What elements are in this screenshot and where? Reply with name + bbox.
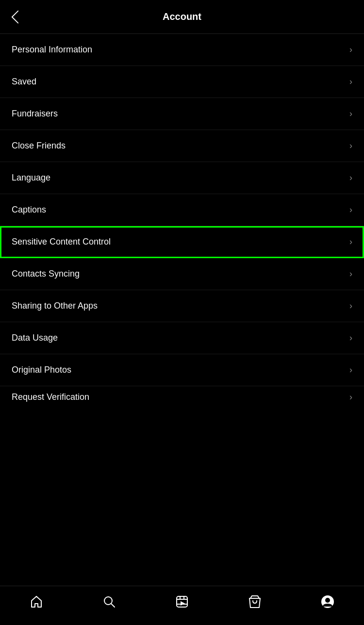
menu-item-language[interactable]: Language › <box>0 162 364 194</box>
page-title: Account <box>163 11 201 22</box>
menu-list: Personal Information › Saved › Fundraise… <box>0 34 364 586</box>
menu-item-fundraisers[interactable]: Fundraisers › <box>0 98 364 130</box>
menu-item-close-friends[interactable]: Close Friends › <box>0 130 364 162</box>
chevron-right-icon: › <box>349 141 352 151</box>
chevron-right-icon: › <box>349 269 352 279</box>
chevron-right-icon: › <box>349 205 352 215</box>
chevron-right-icon: › <box>349 333 352 343</box>
svg-rect-2 <box>177 596 187 607</box>
svg-point-9 <box>325 598 330 603</box>
nav-home[interactable] <box>24 592 49 611</box>
menu-item-sharing-to-other-apps[interactable]: Sharing to Other Apps › <box>0 290 364 322</box>
menu-item-contacts-syncing[interactable]: Contacts Syncing › <box>0 258 364 290</box>
chevron-right-icon: › <box>349 77 352 87</box>
menu-item-data-usage[interactable]: Data Usage › <box>0 322 364 354</box>
menu-item-saved[interactable]: Saved › <box>0 66 364 98</box>
nav-reels[interactable] <box>170 592 194 611</box>
menu-item-personal-information[interactable]: Personal Information › <box>0 34 364 66</box>
chevron-right-icon: › <box>349 301 352 311</box>
menu-item-request-verification[interactable]: Request Verification › <box>0 386 364 408</box>
bottom-nav <box>0 586 364 625</box>
menu-item-captions[interactable]: Captions › <box>0 194 364 226</box>
chevron-right-icon: › <box>349 365 352 375</box>
back-button[interactable] <box>10 9 20 25</box>
menu-item-sensitive-content-control[interactable]: Sensitive Content Control › <box>0 226 364 258</box>
header: Account <box>0 0 364 34</box>
chevron-right-icon: › <box>349 109 352 119</box>
menu-item-original-photos[interactable]: Original Photos › <box>0 354 364 386</box>
chevron-right-icon: › <box>349 173 352 183</box>
nav-shop[interactable] <box>243 592 267 611</box>
svg-line-1 <box>111 604 115 607</box>
nav-profile[interactable] <box>315 592 340 611</box>
chevron-right-icon: › <box>349 392 352 402</box>
chevron-right-icon: › <box>349 45 352 55</box>
chevron-right-icon: › <box>349 237 352 247</box>
nav-search[interactable] <box>97 592 121 611</box>
svg-marker-7 <box>181 601 185 606</box>
